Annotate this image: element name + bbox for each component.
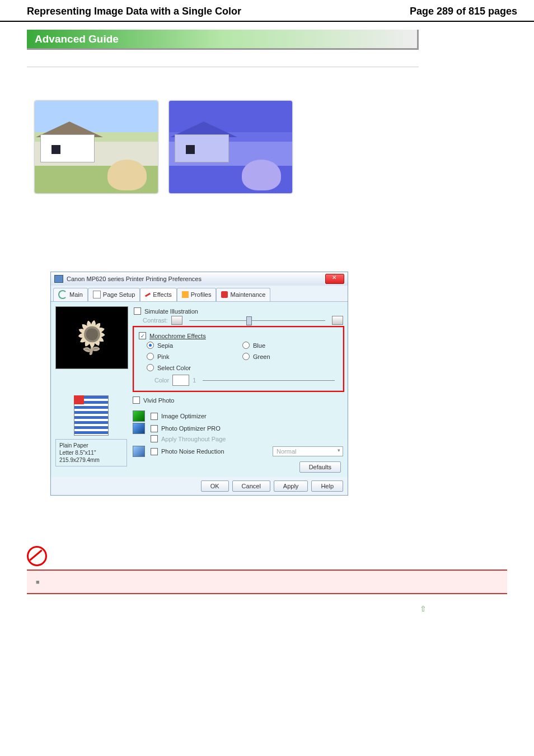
simulate-illustration-checkbox[interactable]	[134, 307, 141, 315]
profiles-icon	[182, 291, 189, 298]
dialog-titlebar: Canon MP620 series Printer Printing Pref…	[51, 272, 348, 286]
tab-main[interactable]: Main	[53, 288, 88, 301]
noise-level-select[interactable]: Normal	[273, 446, 343, 456]
page-top-icon[interactable]: ⇧	[420, 604, 428, 612]
maintenance-icon	[221, 291, 228, 298]
close-icon[interactable]	[325, 274, 344, 284]
page-counter: Page 289 of 815 pages	[410, 6, 517, 17]
tab-effects-label: Effects	[153, 291, 171, 298]
defaults-button[interactable]: Defaults	[299, 461, 341, 473]
color-label: Color	[154, 377, 169, 384]
tab-maint-label: Maintenance	[230, 291, 265, 298]
color-slider[interactable]	[203, 380, 335, 381]
dialog-title: Canon MP620 series Printer Printing Pref…	[67, 276, 202, 282]
guide-banner: Advanced Guide	[27, 30, 419, 50]
prohibit-icon	[27, 546, 47, 566]
contrast-label: Contrast:	[143, 317, 168, 324]
tab-main-label: Main	[69, 291, 83, 298]
flower-icon: 🌻	[72, 319, 111, 356]
select-color-label: Select Color	[157, 365, 191, 371]
bullet-icon: ■	[36, 578, 40, 585]
contrast-high-icon	[332, 316, 343, 325]
ok-button[interactable]: OK	[201, 480, 229, 492]
effect-preview: 🌻	[55, 306, 128, 369]
monochrome-effects-group: ✓Monochrome Effects Sepia Blue Pink Gree…	[134, 327, 343, 391]
effects-panel: 🌻 Simulate Illustration Contrast: ✓Monoc…	[51, 301, 348, 477]
image-optimizer-label: Image Optimizer	[161, 413, 207, 419]
noise-reduction-label: Photo Noise Reduction	[161, 448, 224, 455]
tab-page-label: Page Setup	[103, 291, 135, 298]
corner-icon	[74, 395, 84, 404]
optimizer-pro-label: Photo Optimizer PRO	[161, 425, 221, 432]
tab-profiles-label: Profiles	[191, 291, 212, 298]
blue-radio[interactable]	[242, 342, 250, 349]
tab-strip: Main Page Setup Effects Profiles Mainten…	[51, 286, 348, 301]
noise-icon	[133, 446, 145, 457]
vivid-photo-label: Vivid Photo	[143, 397, 174, 404]
paper-size-label: Letter 8.5"x11" 215.9x279.4mm	[59, 450, 100, 463]
preferences-dialog: Canon MP620 series Printer Printing Pref…	[50, 272, 348, 496]
pink-radio[interactable]	[147, 353, 154, 360]
optimizer-pro-checkbox[interactable]	[151, 425, 158, 432]
tab-effects[interactable]: Effects	[140, 288, 176, 301]
printer-icon	[54, 275, 63, 283]
apply-button[interactable]: Apply	[274, 480, 308, 492]
wand-icon	[145, 292, 151, 297]
sample-before-image	[35, 101, 158, 193]
page-preview	[74, 395, 109, 436]
sample-after-image	[169, 101, 292, 193]
green-radio[interactable]	[242, 353, 250, 360]
tab-page-setup[interactable]: Page Setup	[88, 288, 140, 301]
contrast-low-icon	[171, 316, 182, 325]
select-color-radio[interactable]	[147, 364, 154, 371]
optimizer-icon	[133, 410, 145, 422]
refresh-icon	[58, 290, 67, 299]
sepia-label: Sepia	[157, 342, 173, 349]
tab-maintenance[interactable]: Maintenance	[216, 288, 270, 301]
image-optimizer-checkbox[interactable]	[151, 413, 158, 420]
apply-throughout-checkbox[interactable]	[151, 435, 158, 442]
contrast-slider[interactable]	[189, 320, 325, 321]
green-label: Green	[253, 353, 270, 360]
cancel-button[interactable]: Cancel	[232, 480, 270, 492]
paper-info: Plain Paper Letter 8.5"x11" 215.9x279.4m…	[55, 439, 127, 466]
optimizer-pro-icon	[133, 423, 145, 434]
color-swatch[interactable]	[172, 375, 189, 386]
horizontal-rule	[27, 67, 419, 67]
warning-box: ■	[27, 570, 507, 594]
paper-type-label: Plain Paper	[59, 442, 88, 449]
apply-throughout-label: Apply Throughout Page	[161, 436, 226, 442]
vivid-photo-checkbox[interactable]	[133, 396, 140, 404]
noise-reduction-checkbox[interactable]	[151, 448, 158, 455]
simulate-illustration-label: Simulate Illustration	[144, 308, 198, 315]
color-value: 1	[193, 377, 196, 384]
help-button[interactable]: Help	[311, 480, 343, 492]
sepia-radio[interactable]	[147, 342, 154, 349]
example-images	[35, 101, 534, 193]
page-icon	[93, 291, 101, 298]
monochrome-checkbox[interactable]: ✓	[139, 332, 146, 339]
tab-profiles[interactable]: Profiles	[177, 288, 217, 301]
pink-label: Pink	[157, 353, 169, 360]
page-title: Representing Image Data with a Single Co…	[27, 6, 241, 17]
monochrome-group-label: Monochrome Effects	[149, 333, 206, 339]
blue-label: Blue	[253, 342, 265, 349]
slider-thumb-icon[interactable]	[246, 316, 252, 325]
dialog-button-row: OK Cancel Apply Help	[51, 477, 348, 495]
